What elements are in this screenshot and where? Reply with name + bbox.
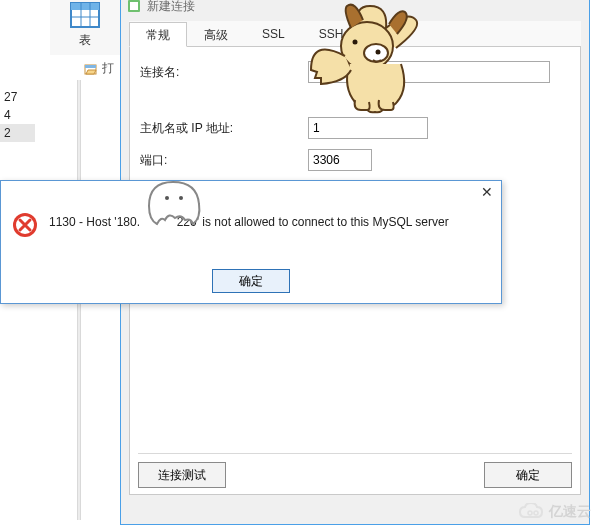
svg-point-17 <box>528 511 532 515</box>
host-input[interactable] <box>308 117 428 139</box>
svg-rect-1 <box>71 3 99 10</box>
left-toolbar: 打 <box>84 60 114 77</box>
tab-ssl[interactable]: SSL <box>245 22 302 47</box>
left-toolbar-label: 打 <box>102 60 114 77</box>
error-ok-button[interactable]: 确定 <box>212 269 290 293</box>
tab-advanced[interactable]: 高级 <box>187 22 245 47</box>
watermark-text: 亿速云 <box>549 503 591 521</box>
dialog-titlebar: 新建连接 <box>121 0 589 17</box>
close-icon[interactable]: ✕ <box>479 185 495 201</box>
svg-point-18 <box>534 511 538 515</box>
cloud-icon <box>519 503 545 521</box>
conn-name-label: 连接名: <box>138 64 308 81</box>
port-label: 端口: <box>138 152 308 169</box>
app-icon <box>127 0 141 13</box>
tabstrip: 常规 高级 SSL SSH <box>129 21 581 47</box>
open-icon <box>84 62 98 76</box>
host-label: 主机名或 IP 地址: <box>138 120 308 137</box>
port-input[interactable] <box>308 149 372 171</box>
ok-button[interactable]: 确定 <box>484 462 572 488</box>
error-icon <box>11 211 39 239</box>
svg-rect-8 <box>130 2 138 10</box>
watermark: 亿速云 <box>519 503 591 521</box>
conn-name-input[interactable] <box>308 61 550 83</box>
list-item[interactable]: 4 <box>0 106 35 124</box>
dialog-button-bar: 连接测试 确定 <box>138 453 572 488</box>
table-icon <box>68 0 102 30</box>
list-item[interactable]: 27 <box>0 88 35 106</box>
svg-rect-6 <box>85 65 96 68</box>
test-connection-button[interactable]: 连接测试 <box>138 462 226 488</box>
error-text: 1130 - Host '180. 220' is not allowed to… <box>49 211 449 229</box>
error-messagebox: ✕ 1130 - Host '180. 220' is not allowed … <box>0 180 502 304</box>
left-list: 27 4 2 <box>0 88 35 142</box>
tab-ssh[interactable]: SSH <box>302 22 361 47</box>
table-shortcut[interactable]: 表 <box>50 0 120 55</box>
tab-general[interactable]: 常规 <box>129 22 187 47</box>
dialog-title-text: 新建连接 <box>147 0 195 15</box>
list-item[interactable]: 2 <box>0 124 35 142</box>
table-shortcut-label: 表 <box>79 33 91 47</box>
